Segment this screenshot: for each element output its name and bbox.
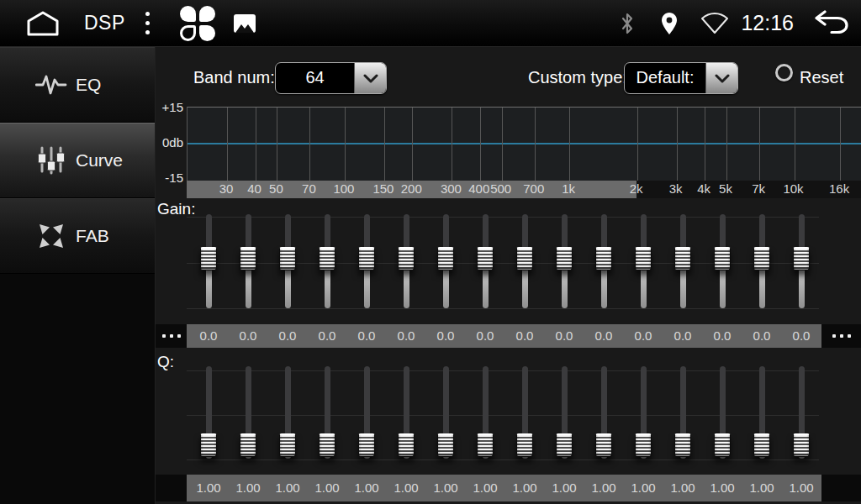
gain-slider[interactable] bbox=[198, 214, 219, 308]
slider-thumb[interactable] bbox=[635, 433, 652, 457]
slider-thumb[interactable] bbox=[516, 247, 533, 270]
q-slider[interactable] bbox=[277, 366, 298, 459]
back-icon[interactable] bbox=[809, 10, 849, 37]
slider-track-upper bbox=[562, 214, 568, 248]
gain-more-right-button[interactable] bbox=[821, 324, 861, 348]
gain-slider[interactable] bbox=[791, 214, 811, 308]
q-slider[interactable] bbox=[594, 366, 614, 459]
q-slider[interactable] bbox=[238, 366, 258, 459]
q-slider[interactable] bbox=[791, 366, 811, 459]
q-slider[interactable] bbox=[396, 366, 416, 459]
slider-thumb[interactable] bbox=[240, 247, 256, 270]
slider-thumb[interactable] bbox=[635, 247, 652, 270]
slider-thumb[interactable] bbox=[200, 433, 217, 457]
slider-thumb[interactable] bbox=[477, 433, 494, 457]
sidebar-item-fab[interactable]: FAB bbox=[0, 198, 155, 274]
q-value: 1.00 bbox=[742, 475, 782, 501]
slider-thumb[interactable] bbox=[714, 247, 731, 270]
gain-slider[interactable] bbox=[317, 214, 337, 308]
gain-slider[interactable] bbox=[475, 214, 495, 308]
slider-thumb[interactable] bbox=[753, 247, 770, 270]
gain-slider[interactable] bbox=[277, 214, 298, 308]
q-slider[interactable] bbox=[317, 366, 337, 459]
gridline bbox=[452, 108, 452, 181]
q-slider[interactable] bbox=[633, 366, 653, 459]
q-slider[interactable] bbox=[475, 366, 495, 459]
gallery-icon[interactable] bbox=[234, 14, 256, 33]
gain-slider[interactable] bbox=[554, 214, 574, 308]
sidebar: EQ Curve FAB bbox=[0, 47, 156, 504]
gain-value: 0.0 bbox=[308, 324, 347, 348]
gain-value: 0.0 bbox=[624, 324, 663, 348]
gain-value: 0.0 bbox=[426, 324, 466, 348]
gain-slider[interactable] bbox=[396, 214, 416, 308]
slider-thumb[interactable] bbox=[556, 247, 573, 270]
slider-thumb[interactable] bbox=[595, 247, 612, 270]
gain-slider[interactable] bbox=[515, 214, 535, 308]
freq-tick-label: 700 bbox=[523, 181, 544, 196]
slider-track-lower bbox=[601, 270, 607, 308]
slider-thumb[interactable] bbox=[793, 433, 810, 457]
slider-thumb[interactable] bbox=[595, 433, 612, 457]
overflow-menu-icon[interactable] bbox=[145, 12, 150, 34]
gain-slider[interactable] bbox=[633, 214, 653, 308]
gain-slider[interactable] bbox=[712, 214, 732, 308]
gain-slider[interactable] bbox=[752, 214, 772, 308]
slider-track-upper bbox=[404, 366, 409, 434]
freq-tick-label: 400 bbox=[468, 181, 489, 196]
q-slider[interactable] bbox=[752, 366, 772, 459]
slider-thumb[interactable] bbox=[714, 433, 731, 457]
chevron-down-icon[interactable] bbox=[354, 63, 386, 93]
slider-thumb[interactable] bbox=[279, 247, 296, 270]
slider-thumb[interactable] bbox=[358, 247, 375, 270]
slider-thumb[interactable] bbox=[319, 433, 335, 457]
q-slider[interactable] bbox=[436, 366, 456, 459]
slider-thumb[interactable] bbox=[753, 433, 770, 457]
reset-radio[interactable] bbox=[775, 64, 793, 81]
slider-thumb[interactable] bbox=[674, 247, 691, 270]
slider-track-lower bbox=[443, 270, 449, 308]
slider-thumb[interactable] bbox=[793, 247, 810, 270]
gain-slider[interactable] bbox=[238, 214, 258, 308]
slider-track-upper bbox=[285, 214, 291, 248]
freq-tick-label: 4k bbox=[697, 181, 710, 196]
slider-thumb[interactable] bbox=[516, 433, 533, 457]
slider-thumb[interactable] bbox=[437, 433, 454, 457]
chevron-down-icon[interactable] bbox=[705, 63, 737, 93]
q-slider[interactable] bbox=[357, 366, 377, 459]
sidebar-item-curve[interactable]: Curve bbox=[0, 123, 155, 198]
slider-thumb[interactable] bbox=[477, 247, 494, 270]
q-slider[interactable] bbox=[712, 366, 732, 459]
gain-slider[interactable] bbox=[594, 214, 614, 308]
gain-slider[interactable] bbox=[673, 214, 693, 308]
curve-panel: Band num: 64 Custom type: Default: Reset… bbox=[156, 47, 861, 504]
freq-tick-label: 200 bbox=[401, 181, 422, 196]
slider-thumb[interactable] bbox=[358, 433, 375, 457]
slider-thumb[interactable] bbox=[437, 247, 454, 270]
q-slider[interactable] bbox=[554, 366, 574, 459]
eq-graph[interactable] bbox=[187, 107, 861, 181]
slider-thumb[interactable] bbox=[398, 247, 415, 270]
slider-thumb[interactable] bbox=[319, 247, 335, 270]
sidebar-item-eq[interactable]: EQ bbox=[0, 47, 155, 123]
sidebar-item-label: EQ bbox=[76, 75, 101, 95]
gain-slider[interactable] bbox=[436, 214, 456, 308]
slider-thumb[interactable] bbox=[556, 433, 573, 457]
custom-type-dropdown[interactable]: Default: bbox=[624, 62, 738, 94]
gain-more-left-button[interactable] bbox=[156, 324, 187, 348]
slider-track-upper bbox=[601, 214, 607, 248]
q-slider[interactable] bbox=[673, 366, 693, 459]
band-num-dropdown[interactable]: 64 bbox=[275, 62, 387, 94]
slider-thumb[interactable] bbox=[279, 433, 296, 457]
q-slider[interactable] bbox=[198, 366, 219, 459]
slider-thumb[interactable] bbox=[200, 247, 217, 270]
slider-thumb[interactable] bbox=[674, 433, 691, 457]
slider-track-upper bbox=[206, 214, 212, 248]
gain-slider[interactable] bbox=[357, 214, 377, 308]
slider-thumb[interactable] bbox=[398, 433, 415, 457]
q-slider[interactable] bbox=[515, 366, 535, 459]
apps-launcher-icon[interactable] bbox=[180, 6, 215, 41]
slider-thumb[interactable] bbox=[240, 433, 256, 457]
home-icon[interactable] bbox=[24, 10, 62, 37]
slider-track-upper bbox=[680, 366, 686, 434]
